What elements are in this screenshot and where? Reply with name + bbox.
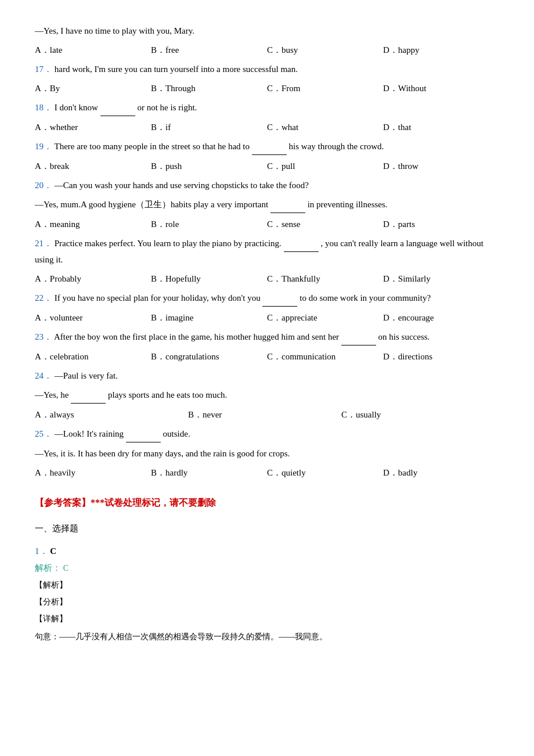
q20-line2: —Yes, mum.A good hygiene（卫生）habits play …	[35, 200, 270, 209]
q18-option-b: B．if	[151, 120, 267, 135]
q25-options: A．heavily B．hardly C．quietly D．badly	[35, 465, 499, 481]
q22-number: 22．	[35, 293, 52, 303]
q21-option-b: B．Hopefully	[151, 271, 267, 287]
q23-option-d: D．directions	[383, 349, 499, 365]
q21-blank	[284, 236, 319, 252]
q19-text: There are too many people in the street …	[54, 142, 250, 151]
q23-text2: on his success.	[378, 332, 430, 341]
q20-blank	[270, 197, 305, 213]
q25-option-b: B．hardly	[151, 465, 267, 481]
jiexi-val: C	[63, 564, 68, 573]
block2-label: 【分析】	[35, 597, 67, 606]
q20-option-d: D．parts	[383, 217, 499, 232]
q20-option-b: B．role	[151, 217, 267, 232]
q24-option-a: A．always	[35, 407, 188, 423]
q17-block: 17． hard work, I'm sure you can turn you…	[35, 62, 499, 77]
q22-option-d: D．encourage	[383, 310, 499, 326]
q24-line2-block: —Yes, he plays sports and he eats too mu…	[35, 387, 499, 404]
q24-line2: —Yes, he	[35, 390, 68, 399]
q22-text: If you have no special plan for your hol…	[55, 293, 263, 303]
q17-option-d: D．Without	[383, 81, 499, 96]
q24-options: A．always B．never C．usually	[35, 407, 499, 423]
q22-option-a: A．volunteer	[35, 310, 151, 326]
q22-option-c: C．appreciate	[267, 310, 383, 326]
q20-line3: in preventing illnesses.	[308, 200, 388, 209]
q24-line1: —Paul is very fat.	[55, 371, 118, 380]
q18-blank	[100, 100, 135, 116]
q16-option-a: A．late	[35, 42, 151, 58]
q16-options: A．late B．free C．busy D．happy	[35, 42, 499, 58]
q19-options: A．break B．push C．pull D．throw	[35, 159, 499, 174]
q23-blank	[341, 329, 376, 345]
q22-text2: to do some work in your community?	[300, 293, 431, 303]
q16-option-b: B．free	[151, 42, 267, 58]
q19-option-b: B．push	[151, 159, 267, 174]
q19-option-c: C．pull	[267, 159, 383, 174]
q21-number: 21．	[35, 239, 52, 248]
q20-line1: —Can you wash your hands and use serving…	[55, 181, 309, 190]
q23-option-b: B．congratulations	[151, 349, 267, 365]
q17-option-c: C．From	[267, 81, 383, 96]
q20-options: A．meaning B．role C．sense D．parts	[35, 217, 499, 232]
q18-number: 18．	[35, 103, 52, 112]
q16-option-c: C．busy	[267, 42, 383, 58]
q18-option-a: A．whether	[35, 120, 151, 135]
q25-line3-block: —Yes, it is. It has been dry for many da…	[35, 446, 499, 462]
q22-option-b: B．imagine	[151, 310, 267, 326]
q21-option-c: C．Thankfully	[267, 271, 383, 287]
q23-options: A．celebration B．congratulations C．commun…	[35, 349, 499, 365]
q19-option-a: A．break	[35, 159, 151, 174]
q20-block: 20． —Can you wash your hands and use ser…	[35, 178, 499, 193]
q23-block: 23． After the boy won the first place in…	[35, 329, 499, 345]
q20-option-a: A．meaning	[35, 217, 151, 232]
q19-number: 19．	[35, 142, 52, 151]
block1-label: 【解析】	[35, 581, 67, 589]
q24-blank	[71, 387, 106, 404]
q25-number: 25．	[35, 429, 52, 438]
sentence-note: 句意：——几乎没有人相信一次偶然的相遇会导致一段持久的爱情。——我同意。	[35, 632, 327, 641]
q25-line1: —Look! It's raining	[55, 429, 124, 438]
answer-section: 【参考答案】***试卷处理标记，请不要删除 一、选择题 1． C 解析： C 【…	[35, 495, 499, 645]
q21-text: Practice makes perfect. You learn to pla…	[55, 239, 284, 248]
q17-number: 17．	[35, 64, 52, 74]
block3-label: 【详解】	[35, 614, 67, 623]
q18-text2: or not he is right.	[137, 103, 197, 112]
q17-text: hard work, I'm sure you can turn yoursel…	[55, 64, 298, 74]
q23-option-c: C．communication	[267, 349, 383, 365]
q25-blank	[126, 426, 161, 442]
q25-line3: —Yes, it is. It has been dry for many da…	[35, 449, 290, 458]
q25-option-a: A．heavily	[35, 465, 151, 481]
q22-blank	[262, 290, 297, 307]
q23-option-a: A．celebration	[35, 349, 151, 365]
q20-number: 20．	[35, 181, 52, 190]
q17-option-a: A．By	[35, 81, 151, 96]
q25-option-c: C．quietly	[267, 465, 383, 481]
q23-number: 23．	[35, 332, 52, 341]
q19-text2: his way through the crowd.	[289, 142, 384, 151]
q18-options: A．whether B．if C．what D．that	[35, 120, 499, 135]
q23-text: After the boy won the first place in the…	[54, 332, 339, 341]
q19-block: 19． There are too many people in the str…	[35, 139, 499, 155]
q21-block: 21． Practice makes perfect. You learn to…	[35, 236, 499, 268]
intro-text: —Yes, I have no time to play with you, M…	[35, 26, 194, 35]
q22-options: A．volunteer B．imagine C．appreciate D．enc…	[35, 310, 499, 326]
jiexi-label: 解析：	[35, 563, 61, 573]
q25-option-d: D．badly	[383, 465, 499, 481]
q18-block: 18． I don't know or not he is right.	[35, 100, 499, 116]
q18-text: I don't know	[55, 103, 100, 112]
q24-line3: plays sports and he eats too much.	[108, 390, 227, 399]
q17-options: A．By B．Through C．From D．Without	[35, 81, 499, 96]
q18-option-d: D．that	[383, 120, 499, 135]
q22-block: 22． If you have no special plan for your…	[35, 290, 499, 307]
q24-option-b: B．never	[188, 407, 341, 423]
ans1-num: 1．	[35, 546, 48, 556]
q19-option-d: D．throw	[383, 159, 499, 174]
q24-number: 24．	[35, 371, 52, 380]
q20-option-c: C．sense	[267, 217, 383, 232]
q21-option-d: D．Similarly	[383, 271, 499, 287]
q21-options: A．Probably B．Hopefully C．Thankfully D．Si…	[35, 271, 499, 287]
q24-block: 24． —Paul is very fat.	[35, 368, 499, 384]
q16-option-d: D．happy	[383, 42, 499, 58]
q19-blank	[252, 139, 287, 155]
q21-option-a: A．Probably	[35, 271, 151, 287]
